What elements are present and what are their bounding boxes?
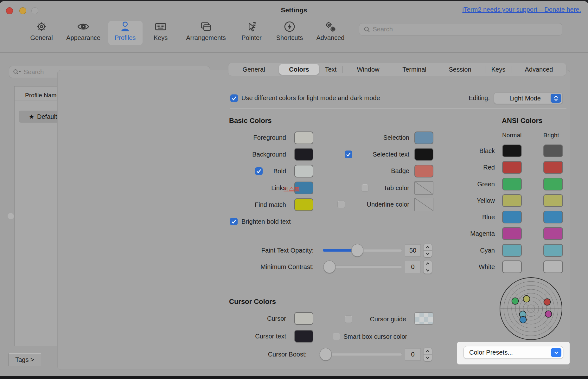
ansi-label-yellow: Yellow (447, 197, 495, 204)
donate-link[interactable]: iTerm2 needs your support – Donate here. (462, 6, 581, 13)
toolbar-item-label: Appearance (66, 34, 100, 41)
tab-advanced[interactable]: Advanced (512, 63, 566, 76)
brighten-bold-label: Brighten bold text (241, 218, 291, 225)
cursor-boost-stepper[interactable] (423, 348, 432, 361)
keyboard-icon (154, 20, 167, 33)
badge-color-well[interactable] (414, 165, 433, 177)
ansi-magenta-normal-well[interactable] (502, 227, 522, 240)
use-different-colors-checkbox[interactable] (230, 94, 238, 102)
toolbar-search-field[interactable] (359, 23, 562, 35)
foreground-label: Foreground (223, 134, 286, 141)
search-filter-icon (13, 68, 22, 75)
profile-tab-bar: General Colors Text Window Terminal Sess… (228, 63, 566, 76)
bold-color-well[interactable] (294, 165, 313, 177)
ansi-label-white: White (447, 263, 495, 271)
ansi-black-normal-well[interactable] (502, 145, 522, 157)
underline-color-checkbox[interactable] (337, 201, 345, 208)
cursor-color-well[interactable] (294, 312, 313, 325)
cursor-text-color-well[interactable] (294, 330, 313, 343)
ansi-blue-normal-well[interactable] (502, 211, 522, 223)
toolbar-item-pointer[interactable]: Pointer (231, 20, 272, 42)
ansi-magenta-bright-well[interactable] (543, 227, 563, 240)
cursor-boost-slider[interactable] (319, 353, 402, 356)
min-contrast-value[interactable]: 0 (405, 261, 421, 273)
toolbar-item-profiles[interactable]: Profiles (105, 20, 146, 42)
smart-box-checkbox[interactable] (333, 333, 340, 340)
find-match-color-well[interactable] (294, 198, 313, 211)
toolbar-item-advanced[interactable]: Advanced (310, 20, 351, 42)
toolbar-item-label: General (30, 34, 53, 41)
smart-box-label: Smart box cursor color (343, 333, 407, 340)
ansi-blue-bright-well[interactable] (543, 211, 563, 223)
faint-opacity-stepper[interactable] (423, 244, 432, 257)
cursor-boost-knob[interactable] (320, 348, 332, 361)
lightning-icon (283, 20, 296, 33)
faint-opacity-value[interactable]: 50 (405, 244, 421, 257)
tags-button[interactable]: Tags > (8, 353, 41, 366)
checkmark-icon (230, 218, 238, 225)
min-contrast-stepper[interactable] (423, 260, 432, 274)
toolbar-divider (0, 52, 588, 53)
faint-opacity-knob[interactable] (351, 244, 363, 257)
toolbar-item-label: Shortcuts (276, 34, 303, 41)
stepper-down-icon[interactable] (424, 251, 432, 257)
tab-terminal[interactable]: Terminal (394, 63, 435, 76)
tab-window[interactable]: Window (342, 63, 394, 76)
cursor-guide-color-well[interactable] (414, 312, 433, 325)
underline-color-label: Underline color (348, 201, 409, 208)
person-icon (119, 20, 131, 33)
ansi-green-bright-well[interactable] (543, 178, 563, 190)
tab-text[interactable]: Text (319, 63, 342, 76)
cursor-icon (245, 20, 258, 33)
stepper-up-icon[interactable] (424, 348, 432, 354)
toolbar-item-shortcuts[interactable]: Shortcuts (269, 20, 310, 42)
tab-session[interactable]: Session (435, 63, 485, 76)
brighten-bold-checkbox[interactable] (230, 218, 238, 225)
ansi-yellow-bright-well[interactable] (543, 194, 563, 207)
wheel-dot-red (544, 299, 551, 305)
color-presets-popup[interactable]: Color Presets... (463, 346, 563, 359)
editing-mode-popup[interactable]: Light Mode (494, 93, 563, 104)
search-input[interactable] (373, 26, 562, 33)
tab-general[interactable]: General (228, 63, 279, 76)
tab-color-checkbox[interactable] (361, 184, 369, 192)
color-wheel (499, 277, 563, 340)
cursor-boost-value[interactable]: 0 (405, 348, 421, 361)
stepper-down-icon[interactable] (424, 355, 432, 361)
toolbar-item-keys[interactable]: Keys (140, 20, 181, 42)
ansi-white-bright-well[interactable] (543, 260, 563, 273)
ansi-green-normal-well[interactable] (502, 178, 522, 190)
ansi-red-normal-well[interactable] (502, 161, 522, 174)
ansi-white-normal-well[interactable] (502, 260, 522, 273)
bold-label: Bold (223, 168, 286, 175)
min-contrast-knob[interactable] (323, 260, 336, 273)
no-color-diagonal (415, 198, 433, 211)
tab-colors[interactable]: Colors (279, 64, 319, 75)
ansi-black-bright-well[interactable] (543, 145, 563, 157)
foreground-color-well[interactable] (294, 132, 313, 144)
ansi-cyan-normal-well[interactable] (502, 244, 522, 257)
stepper-down-icon[interactable] (424, 267, 432, 273)
toolbar-item-general[interactable]: General (21, 20, 62, 42)
section-divider (230, 108, 566, 109)
eye-icon (77, 20, 90, 33)
cursor-guide-checkbox[interactable] (345, 315, 352, 323)
selection-color-well[interactable] (414, 132, 433, 144)
toolbar-item-appearance[interactable]: Appearance (63, 20, 104, 42)
star-icon: ★ (29, 113, 34, 120)
ansi-yellow-normal-well[interactable] (502, 194, 522, 207)
no-color-diagonal (415, 182, 433, 194)
min-contrast-label: Minimum Contrast: (234, 263, 314, 271)
tab-color-well-empty[interactable] (414, 181, 433, 195)
underline-color-well-empty[interactable] (414, 198, 433, 211)
ansi-bright-header: Bright (543, 132, 559, 139)
selected-text-checkbox[interactable] (345, 151, 352, 158)
stepper-up-icon[interactable] (424, 260, 432, 267)
selected-text-color-well[interactable] (414, 148, 433, 161)
toolbar-item-arrangements[interactable]: Arrangements (184, 20, 228, 42)
ansi-red-bright-well[interactable] (543, 161, 563, 174)
ansi-cyan-bright-well[interactable] (543, 244, 563, 257)
stepper-up-icon[interactable] (424, 244, 432, 250)
background-color-well[interactable] (294, 148, 313, 161)
tab-keys[interactable]: Keys (485, 63, 512, 76)
